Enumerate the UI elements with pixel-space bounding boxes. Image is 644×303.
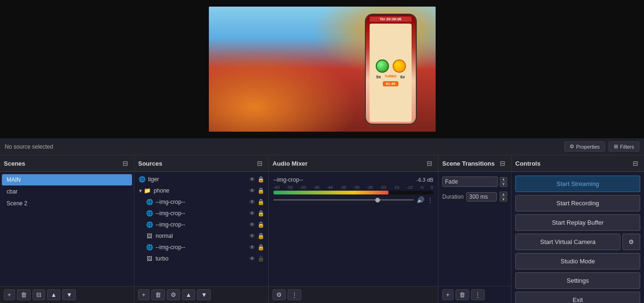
lock-icon-turbo[interactable]: 🔒 [257, 255, 264, 262]
filters-label: Filters [620, 144, 634, 150]
settings-button[interactable]: Settings [515, 272, 640, 289]
studio-mode-button[interactable]: Studio Mode [515, 253, 640, 269]
controls-header: Controls ⊟ [512, 155, 644, 172]
transition-type-select[interactable]: Fade Cut Swipe Slide Stinger Luma Wipe [442, 177, 498, 187]
lock-icon-phone[interactable]: 🔒 [257, 187, 264, 194]
lock-icon-imgcrop1[interactable]: 🔒 [257, 199, 264, 205]
expand-icon-phone[interactable]: ▼ [138, 188, 143, 194]
add-transition-button[interactable]: + [442, 289, 454, 300]
lock-icon-imgcrop3[interactable]: 🔒 [257, 221, 264, 228]
source-up-button[interactable]: ▲ [182, 289, 196, 300]
gear-icon: ⚙ [570, 143, 574, 150]
audio-title: Audio Mixer [272, 160, 307, 167]
source-item-turbo[interactable]: 🖼 turbo 👁 🔒 [142, 253, 268, 264]
duration-spinner-down[interactable]: ▼ [500, 197, 507, 202]
volume-slider-0[interactable] [273, 199, 414, 201]
world-icon-imgcrop3: 🌐 [146, 221, 153, 228]
source-item-imgcrop4[interactable]: 🌐 --img-crop-- 👁 🔒 [142, 242, 268, 253]
scene-name-cbar: cbar [7, 188, 17, 195]
controls-content: Start Streaming Start Recording Start Re… [512, 172, 644, 303]
scene-item-cbar[interactable]: cbar [2, 186, 132, 197]
source-name-normal: normal [156, 233, 249, 239]
circle-green [376, 59, 389, 73]
source-item-imgcrop1[interactable]: 🌐 --img-crop-- 👁 🔒 [142, 196, 268, 208]
scenes-options-icon[interactable]: ⊟ [121, 159, 130, 168]
filters-button[interactable]: ⊞ Filters [609, 142, 639, 152]
properties-label: Properties [576, 144, 600, 150]
lock-icon-normal[interactable]: 🔒 [257, 233, 264, 239]
virtual-camera-row: Start Virtual Camera ⚙ [515, 234, 640, 250]
scene-settings-button[interactable]: ⊟ [33, 289, 45, 300]
circle-orange [393, 59, 406, 73]
audio-mute-icon-0[interactable]: 🔊 [417, 196, 424, 203]
source-item-imgcrop3[interactable]: 🌐 --img-crop-- 👁 🔒 [142, 219, 268, 230]
audio-track-header-0: --img-crop-- -6.3 dB [273, 177, 433, 183]
sources-options-icon[interactable]: ⊟ [255, 159, 264, 168]
spinner-up[interactable]: ▲ [500, 177, 507, 182]
scene-up-button[interactable]: ▲ [47, 289, 61, 300]
add-source-button[interactable]: + [138, 289, 149, 300]
transition-menu-button[interactable]: ⋮ [471, 289, 485, 300]
meter-scale: -60 -55 -50 -45 -40 -35 -30 -25 -20 -15 … [273, 185, 433, 190]
lock-icon-imgcrop2[interactable]: 🔒 [257, 210, 264, 217]
exit-button[interactable]: Exit [515, 292, 640, 303]
preview-canvas: Ter 20:38:06 9x TURBO 6x 01:49 [209, 7, 436, 132]
lock-icon-tiger[interactable]: 🔒 [257, 176, 264, 183]
virtual-camera-gear-icon: ⚙ [628, 238, 634, 245]
source-item-imgcrop2[interactable]: 🌐 --img-crop-- 👁 🔒 [142, 208, 268, 219]
remove-transition-button[interactable]: 🗑 [455, 289, 469, 300]
controls-options-icon[interactable]: ⊟ [631, 159, 640, 168]
scene-name-scene2: Scene 2 [7, 200, 27, 207]
start-virtual-camera-label: Start Virtual Camera [540, 238, 596, 245]
source-item-normal[interactable]: 🖼 normal 👁 🔒 [142, 230, 268, 242]
start-replay-buffer-button[interactable]: Start Replay Buffer [515, 214, 640, 231]
start-virtual-camera-button[interactable]: Start Virtual Camera [515, 234, 620, 250]
spinner-down[interactable]: ▼ [500, 182, 507, 187]
source-controls-tiger: 👁 🔒 [249, 176, 264, 183]
source-controls-turbo: 👁 🔒 [249, 255, 264, 262]
audio-options-icon[interactable]: ⊟ [425, 159, 434, 168]
transitions-options-icon[interactable]: ⊟ [498, 159, 507, 168]
remove-source-button[interactable]: 🗑 [151, 289, 165, 300]
audio-header: Audio Mixer ⊟ [269, 155, 438, 172]
audio-track-0: --img-crop-- -6.3 dB -60 -55 -50 -45 -40… [269, 174, 438, 206]
world-icon-imgcrop2: 🌐 [146, 210, 153, 217]
eye-icon-phone[interactable]: 👁 [249, 187, 255, 194]
virtual-camera-settings-button[interactable]: ⚙ [622, 234, 640, 250]
source-item-tiger[interactable]: 🌐 tiger 👁 🔒 [134, 174, 268, 185]
volume-row-0: 🔊 ⋮ [273, 196, 433, 203]
scene-name-main: MAIN [7, 177, 21, 183]
scene-down-button[interactable]: ▼ [62, 289, 76, 300]
source-item-phone[interactable]: ▼ 📁 phone 👁 🔒 [134, 185, 268, 196]
start-streaming-label: Start Streaming [556, 180, 599, 187]
eye-icon-imgcrop2[interactable]: 👁 [249, 210, 255, 217]
lock-icon-imgcrop4[interactable]: 🔒 [257, 244, 264, 251]
eye-icon-imgcrop4[interactable]: 👁 [249, 244, 255, 251]
source-down-button[interactable]: ▼ [197, 289, 211, 300]
source-settings-button[interactable]: ⚙ [167, 289, 180, 300]
eye-icon-tiger[interactable]: 👁 [249, 176, 255, 183]
source-name-imgcrop4: --img-crop-- [156, 244, 249, 251]
audio-gear-button[interactable]: ⚙ [272, 289, 286, 300]
duration-spinner-up[interactable]: ▲ [500, 192, 507, 196]
world-icon: 🌐 [138, 176, 146, 183]
eye-icon-turbo[interactable]: 👁 [249, 255, 255, 262]
start-streaming-button[interactable]: Start Streaming [515, 176, 640, 192]
phone-screen: Ter 20:38:06 9x TURBO 6x 01:49 [366, 15, 416, 124]
source-controls-imgcrop1: 👁 🔒 [249, 199, 264, 205]
eye-icon-normal[interactable]: 👁 [249, 233, 255, 239]
transition-select-wrap: Fade Cut Swipe Slide Stinger Luma Wipe ▲… [438, 174, 511, 190]
scene-item-main[interactable]: MAIN [2, 174, 132, 185]
audio-mixer-panel: Audio Mixer ⊟ --img-crop-- -6.3 dB -60 -… [269, 155, 438, 303]
audio-menu-icon-0[interactable]: ⋮ [427, 196, 433, 203]
start-recording-button[interactable]: Start Recording [515, 195, 640, 211]
add-scene-button[interactable]: + [4, 289, 15, 300]
scene-item-scene2[interactable]: Scene 2 [2, 198, 132, 209]
eye-icon-imgcrop1[interactable]: 👁 [249, 199, 255, 205]
remove-scene-button[interactable]: 🗑 [17, 289, 31, 300]
turbo-label: TURBO [385, 75, 396, 79]
eye-icon-imgcrop3[interactable]: 👁 [249, 221, 255, 228]
settings-label: Settings [567, 277, 589, 284]
audio-menu-button[interactable]: ⋮ [288, 289, 301, 300]
properties-button[interactable]: ⚙ Properties [564, 142, 605, 152]
